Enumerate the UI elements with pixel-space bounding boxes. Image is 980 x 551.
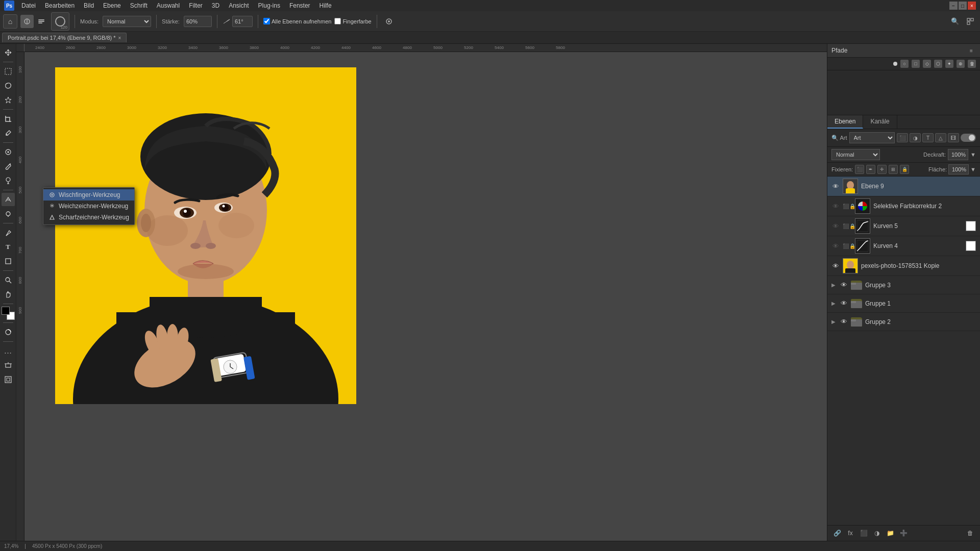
gruppe1-arrow[interactable]: ▶	[831, 300, 836, 306]
menu-schrift[interactable]: Schrift	[126, 1, 152, 10]
tab-kanaele[interactable]: Kanäle	[863, 115, 897, 129]
layer-vis-kurven5[interactable]: 👁	[831, 222, 840, 230]
artboard-tool[interactable]	[2, 359, 15, 372]
layer-kurven4[interactable]: 👁 ⬛🔒 Kurven 4	[827, 236, 980, 256]
link-layers-btn[interactable]: 🔗	[831, 528, 843, 539]
clone-stamp-tool[interactable]	[2, 174, 15, 187]
crop-tool[interactable]	[2, 112, 15, 126]
layer-vis-kurven4[interactable]: 👁	[831, 242, 840, 250]
tool-option-btn[interactable]	[382, 15, 396, 28]
layer-vis-pexels[interactable]: 👁	[831, 262, 840, 270]
gruppe3-arrow[interactable]: ▶	[831, 282, 836, 288]
close-button[interactable]: ×	[968, 2, 976, 10]
layer-ebene9[interactable]: 👁 Ebene 9	[827, 177, 980, 196]
layer-kurven5[interactable]: 👁 ⬛🔒 Kurven 5	[827, 216, 980, 236]
move-tool[interactable]	[2, 46, 15, 59]
maximize-button[interactable]: □	[959, 2, 967, 10]
layer-pexels-kopie[interactable]: 👁 pexels-photo-1578531 Kopie	[827, 256, 980, 276]
context-menu-item-weichzeichner[interactable]: Weichzeichner-Werkzeug	[43, 201, 134, 212]
filter-text-btn[interactable]: T	[922, 133, 934, 142]
lock-all-btn[interactable]: 🔒	[900, 165, 909, 174]
doc-tab-close[interactable]: ×	[118, 35, 121, 41]
filter-adj-btn[interactable]: ◑	[910, 133, 921, 142]
opacity-input[interactable]	[948, 149, 968, 160]
delete-layer-btn[interactable]: 🗑	[965, 528, 976, 539]
workspace-btn[interactable]	[964, 15, 977, 28]
canvas-scroll[interactable]: Wischfinger-Werkzeug Weichzeichner-Werkz…	[24, 52, 827, 541]
color-swatch[interactable]	[2, 307, 15, 320]
search-toolbar-btn[interactable]: 🔍	[948, 15, 962, 28]
angle-input[interactable]	[232, 16, 253, 27]
minimize-button[interactable]: −	[949, 2, 958, 10]
layer-gruppe1[interactable]: ▶ 👁 Gruppe 1	[827, 294, 980, 313]
zoom-tool[interactable]	[2, 273, 15, 287]
menu-bearbeiten[interactable]: Bearbeiten	[41, 1, 79, 10]
layer-filter-toggle[interactable]	[961, 134, 976, 142]
aufnehmen-checkbox-label[interactable]: Alle Ebenen aufnehmen	[263, 18, 331, 24]
heal-tool[interactable]	[2, 145, 15, 159]
lock-artboard-btn[interactable]: ⊞	[889, 165, 898, 174]
menu-hilfe[interactable]: Hilfe	[315, 1, 336, 10]
lock-move-btn[interactable]: ✛	[877, 165, 887, 174]
add-adjustment-btn[interactable]: ◑	[871, 528, 883, 539]
gruppe2-arrow[interactable]: ▶	[831, 319, 836, 324]
staerke-input[interactable]	[184, 16, 212, 27]
fingerfarbe-checkbox-label[interactable]: Fingerfarbe	[334, 18, 371, 24]
tab-ebenen[interactable]: Ebenen	[827, 115, 863, 129]
menu-plugins[interactable]: Plug-ins	[254, 1, 284, 10]
brush-size-control[interactable]: 120	[51, 12, 69, 31]
flaeche-input[interactable]	[948, 164, 969, 174]
home-button[interactable]: ⌂	[3, 14, 17, 29]
pfade-star-icon[interactable]: ✦	[945, 60, 953, 68]
eraser-smudge-tool[interactable]	[2, 193, 15, 206]
menu-ansicht[interactable]: Ansicht	[225, 1, 253, 10]
brush-tool[interactable]	[2, 160, 15, 173]
menu-filter[interactable]: Filter	[185, 1, 207, 10]
filter-shape-btn[interactable]: △	[935, 133, 946, 142]
pfade-square-icon[interactable]: □	[912, 60, 920, 68]
add-group-btn[interactable]: 📁	[885, 528, 896, 539]
extra-tools[interactable]: …	[2, 344, 15, 358]
menu-bild[interactable]: Bild	[80, 1, 98, 10]
menu-3d[interactable]: 3D	[208, 1, 224, 10]
shape-tool[interactable]	[2, 255, 15, 268]
pfade-add-icon[interactable]: ⊕	[957, 60, 965, 68]
layer-selfarb2[interactable]: 👁 ⬛🔒 Selektive Farbkorrektur 2	[827, 196, 980, 216]
layer-vis-gruppe3[interactable]: 👁	[840, 281, 848, 289]
menu-datei[interactable]: Datei	[17, 1, 40, 10]
lock-paint-btn[interactable]: ✒	[866, 165, 875, 174]
hand-tool[interactable]	[2, 288, 15, 301]
layer-vis-gruppe1[interactable]: 👁	[840, 299, 848, 308]
pfade-delete-icon[interactable]: 🗑	[968, 60, 976, 68]
brush-options-btn[interactable]	[35, 15, 48, 28]
add-mask-btn[interactable]: ⬛	[858, 528, 869, 539]
magic-wand-tool[interactable]	[2, 93, 15, 107]
layer-mode-select[interactable]: Normal Multiplizieren Abwedeln	[831, 149, 880, 160]
eyedropper-tool[interactable]	[2, 127, 15, 140]
dodge-burn-tool[interactable]	[2, 207, 15, 220]
aufnehmen-checkbox[interactable]	[263, 18, 270, 24]
context-menu-item-wischfinger[interactable]: Wischfinger-Werkzeug	[43, 189, 134, 201]
fingerfarbe-checkbox[interactable]	[334, 18, 341, 24]
doc-tab-portrait[interactable]: Portrait.psdc bei 17,4% (Ebene 9, RGB/8)…	[2, 33, 127, 42]
add-style-btn[interactable]: fx	[845, 528, 856, 539]
layer-vis-gruppe2[interactable]: 👁	[840, 318, 848, 326]
frame-tool[interactable]	[2, 373, 15, 386]
layer-vis-ebene9[interactable]: 👁	[831, 182, 840, 190]
layer-gruppe2[interactable]: ▶ 👁 Gruppe 2	[827, 313, 980, 331]
pfade-pen-icon[interactable]: ⬡	[934, 60, 942, 68]
filter-pixel-btn[interactable]: ⬛	[897, 133, 908, 142]
modus-select[interactable]: Normal Multiplizieren Abwedeln	[103, 16, 151, 27]
menu-fenster[interactable]: Fenster	[285, 1, 314, 10]
menu-ebene[interactable]: Ebene	[99, 1, 125, 10]
context-menu-item-scharfzeichner[interactable]: Scharfzeichner-Werkzeug	[43, 212, 134, 223]
layer-vis-selfarb2[interactable]: 👁	[831, 202, 840, 210]
pen-tool[interactable]	[2, 226, 15, 239]
smudge-tool-btn[interactable]	[20, 15, 34, 28]
text-tool[interactable]: T	[2, 240, 15, 254]
quick-mask-tool[interactable]	[2, 325, 15, 339]
layer-filter-type[interactable]: Art Name Effekt	[849, 132, 895, 143]
pfade-menu-btn[interactable]: ≡	[967, 46, 976, 55]
pfade-circle-icon[interactable]: ○	[900, 60, 909, 68]
selection-tool[interactable]	[2, 65, 15, 78]
